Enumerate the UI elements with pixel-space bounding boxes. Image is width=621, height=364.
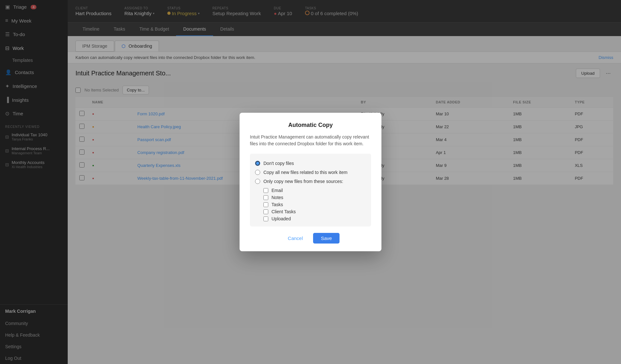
source-client-tasks[interactable]: Client Tasks	[263, 209, 366, 214]
option-no-copy[interactable]: Don't copy files	[255, 159, 366, 168]
checkbox-tasks[interactable]	[263, 202, 268, 207]
save-button[interactable]: Save	[313, 233, 340, 244]
radio-copy-all[interactable]	[255, 170, 260, 175]
radio-no-copy[interactable]	[255, 161, 260, 166]
checkbox-email[interactable]	[263, 188, 268, 193]
no-copy-label: Don't copy files	[263, 161, 294, 166]
source-checkboxes: Email Notes Tasks Client Tasks Uploaded	[263, 188, 366, 221]
cancel-button[interactable]: Cancel	[281, 233, 310, 244]
source-tasks[interactable]: Tasks	[263, 202, 366, 207]
source-notes[interactable]: Notes	[263, 195, 366, 200]
source-email[interactable]: Email	[263, 188, 366, 193]
copy-all-label: Copy all new files related to this work …	[263, 170, 348, 175]
radio-copy-some[interactable]	[255, 179, 260, 184]
option-copy-some[interactable]: Only copy new files from these sources:	[255, 177, 366, 186]
modal-overlay[interactable]: Automatic Copy Intuit Practice Managemen…	[0, 0, 621, 364]
modal-actions: Cancel Save	[250, 233, 371, 244]
uploaded-label: Uploaded	[271, 216, 291, 221]
modal-title: Automatic Copy	[250, 122, 371, 129]
email-label: Email	[271, 188, 283, 193]
copy-some-label: Only copy new files from these sources:	[263, 179, 343, 184]
checkbox-uploaded[interactable]	[263, 216, 268, 221]
modal-description: Intuit Practice Management can automatic…	[250, 134, 371, 147]
source-uploaded[interactable]: Uploaded	[263, 216, 366, 221]
modal-options: Don't copy files Copy all new files rela…	[250, 154, 371, 226]
client-tasks-label: Client Tasks	[271, 209, 296, 214]
tasks-label: Tasks	[271, 202, 283, 207]
notes-label: Notes	[271, 195, 283, 200]
option-copy-all[interactable]: Copy all new files related to this work …	[255, 168, 366, 177]
checkbox-client-tasks[interactable]	[263, 209, 268, 214]
automatic-copy-modal: Automatic Copy Intuit Practice Managemen…	[240, 113, 381, 251]
checkbox-notes[interactable]	[263, 195, 268, 200]
